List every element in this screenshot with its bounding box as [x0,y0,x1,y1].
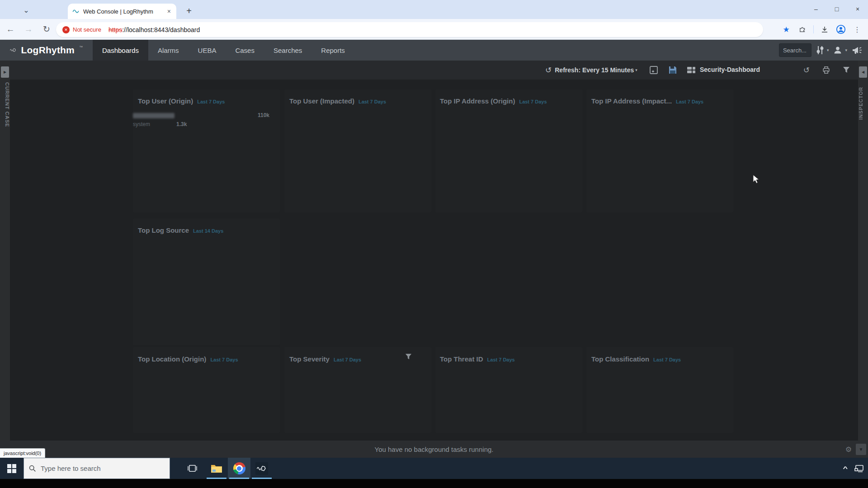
widget-title-text: Top IP Address (Impact... [591,97,672,105]
bookmark-star-icon[interactable]: ★ [779,22,793,37]
downloads-icon[interactable] [817,22,832,37]
file-explorer-button[interactable] [205,458,228,479]
settings-gear-icon[interactable]: ⚙ [845,445,852,454]
dashboard-filter-icon[interactable] [843,66,850,74]
back-button[interactable]: ← [3,22,18,37]
nav-item-cases[interactable]: Cases [226,40,264,61]
window-minimize-button[interactable]: – [806,0,826,18]
dashboard-layout-icon[interactable] [687,67,695,73]
print-icon[interactable] [822,66,830,74]
current-case-expand-button[interactable]: ▶ [1,66,9,78]
widget-period: Last 7 Days [519,99,547,104]
start-button[interactable] [0,458,24,479]
widget-period: Last 7 Days [210,357,238,362]
screen-bottom-edge [0,479,868,488]
browser-menu-icon[interactable]: ⋮ [850,22,864,37]
widget-title-text: Top User (Impacted) [289,97,354,105]
profile-avatar-icon[interactable] [834,22,848,37]
filter-sliders-icon[interactable] [816,46,824,55]
widget-panel [133,219,280,345]
widget-panel [284,89,431,212]
screen: ⌄ Web Console | LogRhythm × + – □ × ← → … [0,0,868,488]
chrome-icon [233,462,245,474]
widget-panel [586,89,733,212]
tab-close-icon[interactable]: × [166,8,172,15]
browser-tab[interactable]: Web Console | LogRhythm × [68,4,176,19]
taskbar-search-input[interactable] [41,465,154,472]
statusbar-filter-button[interactable]: ▼ [856,444,866,455]
widget-title-text: Top User (Origin) [138,97,193,105]
network-icon[interactable] [854,465,864,473]
address-bar[interactable]: ✕ Not secure https://localhost:8443/dash… [56,22,763,37]
current-case-rail: ▶ CURRENT CASE [0,61,10,441]
task-view-button[interactable] [181,458,203,479]
nav-items: Dashboards Alarms UEBA Cases Searches Re… [93,40,354,61]
nav-right-tools: ▾ ▾ [779,40,863,61]
current-case-label: CURRENT CASE [0,82,10,127]
widget-panel [435,89,582,212]
refresh-caret-icon: ▾ [635,68,637,72]
widget-title-top-ip-origin: Top IP Address (Origin)Last 7 Days [440,97,547,105]
statusbar-right-tools: ⚙ ▼ [845,441,866,458]
logrhythm-favicon-icon [72,8,80,15]
user-profile-icon[interactable] [833,46,842,55]
new-tab-button[interactable]: + [183,5,195,17]
announcements-megaphone-icon[interactable] [852,46,863,55]
widget-title-text: Top IP Address (Origin) [440,97,515,105]
nav-item-reports[interactable]: Reports [311,40,354,61]
forward-button[interactable]: → [21,22,36,37]
dashboard-main: Top User (Origin)Last 7 Days Top User (I… [10,80,858,441]
dashboard-header: ↺ Refresh: Every 15 Minutes ▾ Security-D… [10,61,858,80]
logrhythm-navbar: LogRhythm ™ Dashboards Alarms UEBA Cases… [0,40,868,61]
refresh-icon: ↺ [545,66,552,75]
windows-taskbar: ^ [0,458,868,479]
global-search-input[interactable] [779,43,811,57]
window-close-button[interactable]: × [847,0,868,18]
undo-icon[interactable]: ↺ [803,66,810,75]
user-caret-icon[interactable]: ▾ [845,48,847,52]
widget-title-text: Top Log Source [138,226,189,234]
window-controls: – □ × [806,0,868,18]
dashboard-name[interactable]: Security-Dashboard [700,66,760,73]
brand-name: LogRhythm [21,45,75,56]
widget-period: Last 7 Days [197,99,225,104]
inspector-label: INSPECTOR [858,87,868,120]
logrhythm-brand: LogRhythm ™ [0,40,93,61]
extensions-puzzle-icon[interactable] [795,22,810,37]
mouse-cursor [753,174,761,184]
url-text: https://localhost:8443/dashboard [108,26,200,33]
logrhythm-taskbar-button[interactable] [250,458,273,479]
tab-search-chevron-icon[interactable]: ⌄ [20,4,33,16]
nav-item-searches[interactable]: Searches [264,40,311,61]
add-widget-icon[interactable] [649,66,658,75]
filter-caret-icon[interactable]: ▾ [827,48,829,52]
refresh-dropdown[interactable]: ↺ Refresh: Every 15 Minutes ▾ [545,61,637,80]
top-user-origin-label-2[interactable]: system [133,121,150,127]
window-restore-button[interactable]: □ [826,0,847,18]
severity-filter-funnel-icon[interactable] [405,353,412,360]
search-magnifier-icon [28,465,36,472]
nav-item-ueba[interactable]: UEBA [189,40,226,61]
url-scheme: https [108,26,122,33]
nav-item-dashboards[interactable]: Dashboards [93,40,148,61]
folder-icon [211,464,222,473]
background-tasks-message: You have no background tasks running. [375,446,494,453]
show-hidden-icons-button[interactable]: ^ [843,465,848,472]
inspector-expand-button[interactable]: ◀ [859,66,867,78]
widget-period: Last 7 Days [334,357,361,362]
console-statusbar: You have no background tasks running. ⚙ … [0,441,868,458]
chrome-taskbar-button[interactable] [228,458,250,479]
browser-titlebar: ⌄ Web Console | LogRhythm × + – □ × [0,0,868,19]
widget-title-text: Top Severity [289,355,330,363]
not-secure-icon: ✕ [62,26,70,33]
widget-period: Last 14 Days [193,228,223,234]
reload-button[interactable]: ↻ [39,22,54,37]
save-dashboard-icon[interactable] [668,66,677,75]
taskbar-search[interactable] [24,458,170,479]
nav-item-alarms[interactable]: Alarms [148,40,189,61]
widget-period: Last 7 Days [359,99,386,104]
widget-title-text: Top Classification [591,355,649,363]
system-tray: ^ [844,458,864,479]
tab-title: Web Console | LogRhythm [83,8,163,15]
redacted-username-bar[interactable] [133,113,175,118]
